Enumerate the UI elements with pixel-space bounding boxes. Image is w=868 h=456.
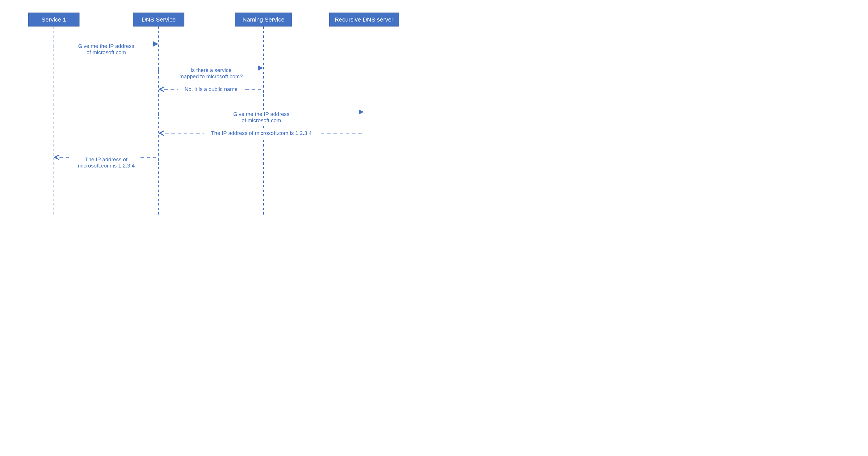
- participant-label-p4: Recursive DNS server: [335, 16, 394, 23]
- message-label-3: Give me the IP addressof microsoft.com: [233, 111, 289, 123]
- message-label-4: The IP address of microsoft.com is 1.2.3…: [211, 130, 312, 136]
- message-label-2: No, it is a public name: [185, 86, 238, 92]
- sequence-diagram: Service 1DNS ServiceNaming ServiceRecurs…: [0, 0, 434, 228]
- message-label-0: Give me the IP addressof microsoft.com: [78, 43, 134, 55]
- participant-label-p2: DNS Service: [142, 16, 176, 23]
- participant-label-p3: Naming Service: [243, 16, 284, 23]
- message-label-5: The IP address ofmicrosoft.com is 1.2.3.…: [78, 156, 135, 169]
- participant-label-p1: Service 1: [41, 16, 66, 23]
